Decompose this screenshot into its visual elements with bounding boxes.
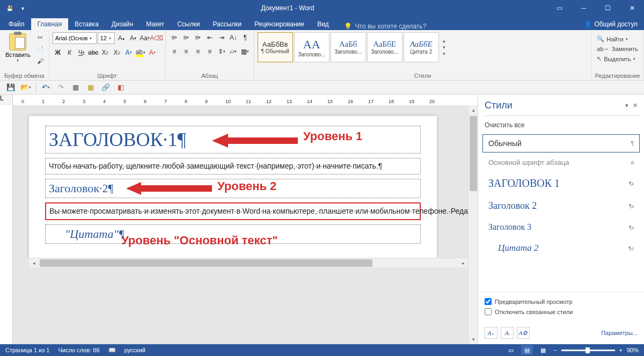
scroll-up-icon[interactable]: ▴ — [469, 105, 478, 115]
zoom-level[interactable]: 90% — [627, 347, 639, 353]
qat-open-button[interactable]: 📂▾ — [20, 82, 31, 93]
increase-indent-button[interactable]: ⇥ — [216, 32, 227, 43]
line-spacing-button[interactable]: ⇕▾ — [216, 46, 227, 57]
page-indicator[interactable]: Страница 1 из 1 — [5, 347, 49, 354]
style-list-item-4[interactable]: Заголовок 3¶a — [482, 217, 640, 237]
show-marks-button[interactable]: ¶ — [240, 32, 251, 43]
horizontal-scrollbar[interactable]: ◂ ▸ — [29, 258, 468, 267]
strikethrough-button[interactable]: abc — [88, 47, 99, 58]
maximize-button[interactable]: ☐ — [596, 0, 620, 16]
style-list-item-5[interactable]: Цитата 2¶a — [482, 238, 640, 258]
qat-save-button[interactable]: 💾 — [5, 82, 16, 93]
clear-all-button[interactable]: Очистить все — [478, 116, 644, 134]
preview-checkbox[interactable]: Предварительный просмотр — [485, 298, 638, 305]
style-gallery-item-3[interactable]: АаБбЕЗаголово... — [367, 32, 402, 62]
tell-me-search[interactable]: 💡 Что вы хотите сделать? — [335, 23, 578, 30]
format-painter-button[interactable]: 🖌 — [35, 56, 46, 67]
bullets-button[interactable]: ≡▾ — [169, 32, 180, 43]
style-list-item-0[interactable]: Обычный¶ — [482, 134, 640, 152]
font-name-combo[interactable]: Arial (Основ▾ — [53, 32, 97, 44]
hscroll-thumb[interactable] — [40, 259, 372, 267]
tab-review[interactable]: Рецензирование — [248, 18, 311, 30]
new-style-button[interactable]: A₊ — [485, 327, 497, 339]
vscroll-thumb[interactable] — [470, 116, 477, 191]
select-button[interactable]: ↖Выделить▾ — [595, 54, 640, 63]
minimize-button[interactable]: ─ — [572, 0, 596, 16]
body-text-block-1[interactable]: Чтобы·начать·работу,·щелкните·любой·заме… — [45, 158, 421, 175]
copy-button[interactable]: 📄 — [35, 44, 46, 55]
style-gallery-item-4[interactable]: АаБбЕЦитата 2 — [404, 32, 439, 62]
highlight-button[interactable]: ab▾ — [135, 47, 146, 58]
tab-references[interactable]: Ссылки — [171, 18, 206, 30]
bold-button[interactable]: Ж — [53, 47, 63, 58]
qat-undo-button[interactable]: ↶▾ — [40, 82, 51, 93]
numbering-button[interactable]: ≡▾ — [181, 32, 192, 43]
body-text-block-2[interactable]: Вы·можете·просматривать·и·изменять·этот·… — [45, 202, 421, 220]
vertical-scrollbar[interactable]: ▴ ▾ — [468, 105, 478, 344]
share-button[interactable]: 👤 Общий доступ — [577, 18, 644, 30]
subscript-button[interactable]: X2 — [100, 47, 111, 58]
qat-picture-button[interactable]: ▦ — [85, 82, 96, 93]
find-button[interactable]: 🔍Найти▾ — [595, 34, 640, 43]
style-gallery-item-2[interactable]: АаБбЗаголово... — [331, 32, 366, 62]
qat-link-button[interactable]: 🔗 — [100, 82, 111, 93]
underline-button[interactable]: Ч▾ — [76, 47, 87, 58]
scroll-left-icon[interactable]: ◂ — [29, 258, 39, 268]
paste-button[interactable]: Вставить ▾ — [3, 32, 33, 64]
qat-eraser-button[interactable]: ◧ — [115, 82, 126, 93]
web-layout-button[interactable]: ▦ — [537, 345, 549, 355]
qat-dropdown-icon[interactable]: ▾ — [17, 3, 28, 13]
clear-formatting-button[interactable]: A⌫ — [151, 33, 162, 43]
zoom-in-button[interactable]: + — [619, 347, 623, 353]
text-effects-button[interactable]: A▾ — [123, 47, 134, 58]
disable-linked-checkbox[interactable]: Отключить связанные стили — [485, 308, 638, 315]
pane-close-icon[interactable]: ✕ — [633, 102, 638, 109]
styles-options-link[interactable]: Параметры... — [601, 330, 638, 336]
italic-button[interactable]: К — [64, 47, 75, 58]
change-case-button[interactable]: Aa▾ — [140, 33, 150, 43]
proofing-icon[interactable]: 📖 — [108, 347, 116, 354]
style-gallery-item-1[interactable]: ААЗаголово... — [294, 32, 330, 62]
grow-font-button[interactable]: A▴ — [116, 33, 127, 43]
print-layout-button[interactable]: ▤ — [521, 345, 533, 355]
horizontal-ruler[interactable]: L 01234567891011121314151617181920 — [0, 95, 478, 105]
heading-2-block[interactable]: Заголовок·2¶ Уровень 2 — [45, 179, 421, 198]
pane-dropdown-icon[interactable]: ▾ — [625, 102, 628, 109]
qat-redo-button[interactable]: ↷ — [55, 82, 66, 93]
font-size-combo[interactable]: 12▾ — [98, 32, 115, 44]
sort-button[interactable]: A↓ — [228, 32, 239, 43]
tab-home[interactable]: Главная — [31, 18, 69, 30]
heading-1-block[interactable]: ЗАГОЛОВОК·1¶ Уровень 1 — [45, 126, 421, 154]
shrink-font-button[interactable]: A▾ — [128, 33, 138, 43]
font-color-button[interactable]: A▾ — [147, 47, 158, 58]
zoom-out-button[interactable]: − — [553, 347, 557, 353]
manage-styles-button[interactable]: A⚙ — [517, 327, 530, 339]
cut-button[interactable]: ✂ — [35, 32, 46, 43]
document-viewport[interactable]: ЗАГОЛОВОК·1¶ Уровень 1 Чтобы·начать·рабо… — [13, 105, 468, 344]
superscript-button[interactable]: X2 — [112, 47, 122, 58]
ribbon-options-icon[interactable]: ▭ — [547, 0, 572, 16]
style-gallery-item-0[interactable]: АаБбВв¶ Обычный — [258, 32, 293, 62]
tab-view[interactable]: Вид — [311, 18, 335, 30]
scroll-down-icon[interactable]: ▾ — [469, 335, 478, 344]
align-right-button[interactable]: ≡ — [193, 46, 203, 57]
qat-table-button[interactable]: ▦ — [70, 82, 81, 93]
style-list-item-1[interactable]: Основной шрифт абзацаa — [482, 154, 640, 171]
styles-more-button[interactable]: ▴▾▾ — [440, 38, 449, 56]
language-indicator[interactable]: русский — [125, 347, 145, 354]
zoom-slider[interactable] — [561, 350, 615, 351]
quote-block[interactable]: "Цитата"¶ — [45, 224, 421, 244]
borders-button[interactable]: ▦▾ — [240, 46, 251, 57]
align-center-button[interactable]: ≡ — [181, 46, 192, 57]
style-inspector-button[interactable]: Aᵢ — [501, 327, 514, 339]
decrease-indent-button[interactable]: ⇤ — [204, 32, 215, 43]
close-button[interactable]: ✕ — [620, 0, 644, 16]
tab-file[interactable]: Файл — [2, 18, 31, 30]
align-left-button[interactable]: ≡ — [169, 46, 180, 57]
vertical-ruler[interactable] — [0, 105, 13, 344]
style-list-item-2[interactable]: ЗАГОЛОВОК 1¶a — [482, 172, 640, 194]
tab-insert[interactable]: Вставка — [68, 18, 105, 30]
qat-save-icon[interactable]: 💾 — [4, 3, 15, 13]
tab-design[interactable]: Дизайн — [105, 18, 140, 30]
replace-button[interactable]: ab↔Заменить — [595, 45, 640, 53]
